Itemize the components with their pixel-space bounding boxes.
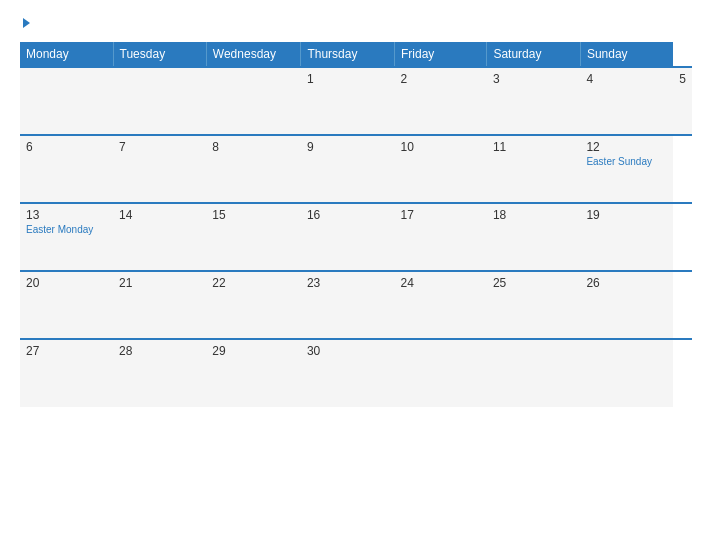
holiday-label: Easter Sunday — [586, 156, 667, 167]
day-number: 4 — [586, 72, 667, 86]
calendar-week-row: 20212223242526 — [20, 271, 692, 339]
calendar-cell: 26 — [580, 271, 673, 339]
calendar-cell: 8 — [206, 135, 301, 203]
calendar-cell — [580, 339, 673, 407]
day-number: 10 — [401, 140, 481, 154]
calendar-cell — [487, 339, 580, 407]
day-number: 2 — [401, 72, 481, 86]
day-number: 9 — [307, 140, 389, 154]
day-number: 28 — [119, 344, 200, 358]
calendar-cell: 24 — [395, 271, 487, 339]
calendar-cell: 15 — [206, 203, 301, 271]
day-number: 23 — [307, 276, 389, 290]
calendar-week-row: 27282930 — [20, 339, 692, 407]
calendar-cell: 1 — [301, 67, 395, 135]
calendar-cell: 19 — [580, 203, 673, 271]
day-number: 22 — [212, 276, 295, 290]
calendar-cell: 3 — [487, 67, 580, 135]
calendar-cell: 9 — [301, 135, 395, 203]
calendar-cell — [20, 67, 113, 135]
calendar-cell: 16 — [301, 203, 395, 271]
calendar-cell: 14 — [113, 203, 206, 271]
day-number: 18 — [493, 208, 574, 222]
calendar-cell: 21 — [113, 271, 206, 339]
day-number: 20 — [26, 276, 107, 290]
day-number: 14 — [119, 208, 200, 222]
day-number: 25 — [493, 276, 574, 290]
calendar-cell: 25 — [487, 271, 580, 339]
day-number: 11 — [493, 140, 574, 154]
calendar-cell: 28 — [113, 339, 206, 407]
day-number: 12 — [586, 140, 667, 154]
day-number: 27 — [26, 344, 107, 358]
weekday-header: Thursday — [301, 42, 395, 67]
calendar-cell — [395, 339, 487, 407]
calendar-table: MondayTuesdayWednesdayThursdayFridaySatu… — [20, 42, 692, 407]
day-number: 5 — [679, 72, 686, 86]
header — [20, 18, 692, 28]
weekday-header: Friday — [395, 42, 487, 67]
calendar-cell: 12Easter Sunday — [580, 135, 673, 203]
day-number: 30 — [307, 344, 389, 358]
day-number: 13 — [26, 208, 107, 222]
calendar-cell: 11 — [487, 135, 580, 203]
day-number: 16 — [307, 208, 389, 222]
calendar-cell — [113, 67, 206, 135]
day-number: 24 — [401, 276, 481, 290]
logo-triangle-icon — [23, 18, 30, 28]
day-number: 17 — [401, 208, 481, 222]
calendar-cell: 4 — [580, 67, 673, 135]
day-number: 26 — [586, 276, 667, 290]
calendar-body: 123456789101112Easter Sunday13Easter Mon… — [20, 67, 692, 407]
holiday-label: Easter Monday — [26, 224, 107, 235]
weekday-header: Wednesday — [206, 42, 301, 67]
calendar-cell: 22 — [206, 271, 301, 339]
calendar-week-row: 6789101112Easter Sunday — [20, 135, 692, 203]
weekday-header: Monday — [20, 42, 113, 67]
calendar-cell: 5 — [673, 67, 692, 135]
day-number: 21 — [119, 276, 200, 290]
logo — [20, 18, 30, 28]
calendar-cell: 29 — [206, 339, 301, 407]
day-number: 3 — [493, 72, 574, 86]
day-number: 6 — [26, 140, 107, 154]
calendar-cell: 6 — [20, 135, 113, 203]
day-number: 19 — [586, 208, 667, 222]
calendar-header-row: MondayTuesdayWednesdayThursdayFridaySatu… — [20, 42, 692, 67]
calendar-cell: 2 — [395, 67, 487, 135]
weekday-header: Sunday — [580, 42, 673, 67]
day-number: 15 — [212, 208, 295, 222]
calendar-week-row: 13Easter Monday141516171819 — [20, 203, 692, 271]
calendar-cell: 27 — [20, 339, 113, 407]
calendar-cell: 13Easter Monday — [20, 203, 113, 271]
calendar-cell: 20 — [20, 271, 113, 339]
day-number: 8 — [212, 140, 295, 154]
day-number: 1 — [307, 72, 389, 86]
calendar-cell: 7 — [113, 135, 206, 203]
calendar-page: MondayTuesdayWednesdayThursdayFridaySatu… — [0, 0, 712, 550]
day-number: 29 — [212, 344, 295, 358]
weekday-header: Tuesday — [113, 42, 206, 67]
calendar-cell: 23 — [301, 271, 395, 339]
calendar-cell: 18 — [487, 203, 580, 271]
calendar-week-row: 12345 — [20, 67, 692, 135]
weekday-header: Saturday — [487, 42, 580, 67]
calendar-cell — [206, 67, 301, 135]
day-number: 7 — [119, 140, 200, 154]
calendar-cell: 17 — [395, 203, 487, 271]
calendar-cell: 10 — [395, 135, 487, 203]
logo-blue-text — [20, 18, 30, 28]
calendar-cell: 30 — [301, 339, 395, 407]
